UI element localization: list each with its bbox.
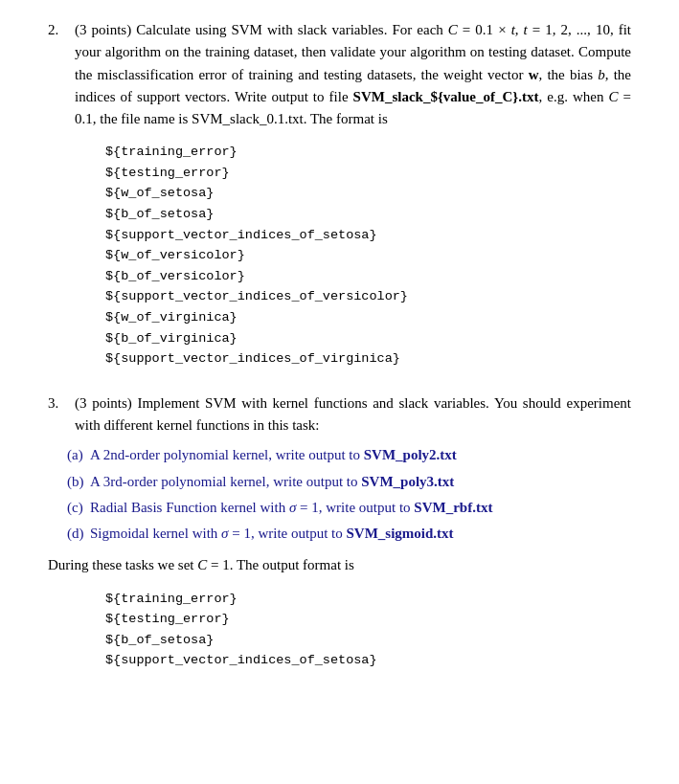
code-line-6: ${w_of_versicolor}: [105, 245, 631, 266]
code-line-5: ${support_vector_indices_of_setosa}: [105, 225, 631, 246]
problem-3-points: (3 points): [75, 395, 132, 411]
problem-3-number: 3.: [48, 392, 75, 414]
sub-item-c: (c) Radial Basis Function kernel with σ …: [67, 497, 631, 519]
p3-code-line-2: ${testing_error}: [105, 609, 631, 630]
sub-item-b: (b) A 3rd-order polynomial kernel, write…: [67, 471, 631, 493]
during-text: During these tasks we set C = 1. The out…: [48, 554, 631, 576]
code-line-1: ${training_error}: [105, 142, 631, 163]
code-line-11: ${support_vector_indices_of_virginica}: [105, 348, 631, 370]
sub-item-d: (d) Sigmoidal kernel with σ = 1, write o…: [67, 523, 631, 545]
p3-code-line-3: ${b_of_setosa}: [105, 630, 631, 651]
code-line-10: ${b_of_virginica}: [105, 328, 631, 349]
sub-label-c: (c): [67, 497, 90, 519]
problem-2-header: 2. (3 points) Calculate using SVM with s…: [48, 19, 631, 130]
sub-text-a: A 2nd-order polynomial kernel, write out…: [90, 444, 457, 466]
code-line-3: ${w_of_setosa}: [105, 183, 631, 204]
sub-text-c: Radial Basis Function kernel with σ = 1,…: [90, 497, 492, 519]
problem-3-header: 3. (3 points) Implement SVM with kernel …: [48, 392, 631, 437]
sub-item-a: (a) A 2nd-order polynomial kernel, write…: [67, 444, 631, 466]
problem-2-points: (3 points): [75, 22, 131, 37]
code-line-4: ${b_of_setosa}: [105, 204, 631, 225]
problem-2: 2. (3 points) Calculate using SVM with s…: [48, 19, 631, 370]
code-line-7: ${b_of_versicolor}: [105, 266, 631, 287]
sub-file-b: SVM_poly3.txt: [361, 474, 454, 489]
code-line-2: ${testing_error}: [105, 163, 631, 184]
sub-text-d: Sigmoidal kernel with σ = 1, write outpu…: [90, 523, 454, 545]
problem-2-text: (3 points) Calculate using SVM with slac…: [75, 19, 631, 130]
sub-file-c: SVM_rbf.txt: [414, 500, 492, 515]
problem-3-code-block: ${training_error} ${testing_error} ${b_o…: [105, 589, 631, 671]
p3-code-line-1: ${training_error}: [105, 589, 631, 610]
p3-code-line-4: ${support_vector_indices_of_setosa}: [105, 650, 631, 671]
problem-3-text: (3 points) Implement SVM with kernel fun…: [75, 392, 631, 437]
problem-3-sublist: (a) A 2nd-order polynomial kernel, write…: [67, 444, 631, 545]
sub-label-a: (a): [67, 444, 90, 466]
code-line-8: ${support_vector_indices_of_versicolor}: [105, 286, 631, 307]
sub-text-b: A 3rd-order polynomial kernel, write out…: [90, 471, 454, 493]
sub-label-b: (b): [67, 471, 90, 493]
code-line-9: ${w_of_virginica}: [105, 307, 631, 328]
problem-3: 3. (3 points) Implement SVM with kernel …: [48, 392, 631, 671]
sub-label-d: (d): [67, 523, 90, 545]
sub-file-a: SVM_poly2.txt: [364, 447, 457, 462]
problem-2-code-block: ${training_error} ${testing_error} ${w_o…: [105, 142, 631, 370]
sub-file-d: SVM_sigmoid.txt: [347, 526, 454, 541]
problem-2-number: 2.: [48, 19, 75, 41]
